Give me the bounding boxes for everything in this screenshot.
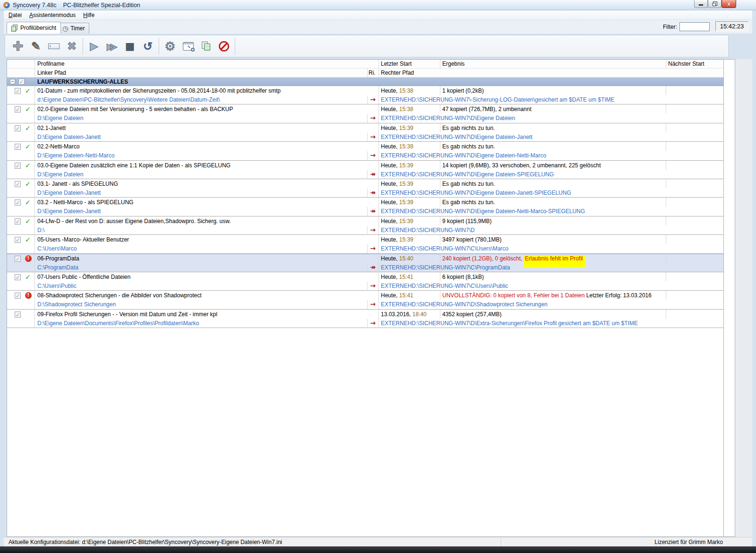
copy-profile-button[interactable] bbox=[197, 37, 215, 55]
menu-datei[interactable]: Datei bbox=[5, 11, 26, 19]
profile-name: 03.0-Eigene Dateien zusätzlich eine 1:1 … bbox=[37, 162, 231, 169]
right-path: EXTERNEHD:\SICHERUNG-WIN7\D\Shadowprotec… bbox=[381, 301, 548, 308]
profile-checkbox[interactable]: ✓ bbox=[15, 106, 21, 112]
last-start-cell: Heute, 15:40 bbox=[381, 255, 413, 262]
direction-arrow-icon: ↠ bbox=[367, 263, 378, 271]
run-profile-button[interactable]: ▶ bbox=[85, 37, 103, 55]
direction-arrow-icon: → bbox=[367, 151, 378, 159]
profile-name: 04-Lfw-D - der Rest von D: ausser Eigene… bbox=[37, 218, 231, 225]
profile-row[interactable]: ✓ ✓ 02.1-Janett Heute, 15:39 Es gab nich… bbox=[7, 123, 723, 142]
status-ok-icon: ✓ bbox=[25, 162, 32, 169]
last-start-cell: Heute, 15:39 bbox=[381, 125, 413, 131]
profile-row[interactable]: ✓ ✓ 03.2 - Netti-Marco - als SPIEGELUNG … bbox=[7, 198, 723, 216]
result-cell: 14 kopiert (9,6MB), 33 verschoben, 2 umb… bbox=[442, 162, 601, 169]
restore-button[interactable] bbox=[708, 0, 722, 8]
profile-checkbox[interactable]: ✓ bbox=[15, 256, 21, 262]
no-entry-icon bbox=[219, 41, 229, 52]
restart-button[interactable]: ↺ bbox=[139, 37, 157, 55]
rename-profile-button[interactable]: I bbox=[45, 37, 63, 55]
profile-name: 02.1-Janett bbox=[37, 125, 66, 131]
profile-row[interactable]: ✓ ✓ 07-Users Public - Öffentliche Dateie… bbox=[7, 272, 723, 291]
profiles-icon bbox=[11, 25, 18, 32]
direction-arrow-icon: ↠ bbox=[367, 207, 378, 215]
left-path: C:\ProgramData bbox=[37, 264, 78, 271]
profile-name: 06-ProgramData bbox=[37, 255, 79, 262]
profile-checkbox[interactable]: ✓ bbox=[15, 163, 21, 169]
tab-profiluebersicht[interactable]: Profilübersicht bbox=[7, 22, 61, 34]
gear-icon: ⚙ bbox=[164, 39, 175, 53]
profile-row[interactable]: ✓ ✓ 03.0-Eigene Dateien zusätzlich eine … bbox=[7, 161, 723, 179]
profile-row[interactable]: ✓ ✓ 04-Lfw-D - der Rest von D: ausser Ei… bbox=[7, 216, 723, 235]
profile-name: 03.2 - Netti-Marco - als SPIEGELUNG bbox=[37, 199, 133, 206]
run-multiple-button[interactable]: ▶▶ bbox=[103, 37, 121, 55]
last-start-cell: Heute, 15:39 bbox=[381, 162, 413, 169]
settings-button[interactable]: ⚙ bbox=[161, 37, 179, 55]
profile-row[interactable]: ✓ ✓ 05-Users -Marco- Aktueller Benutzer … bbox=[7, 235, 723, 253]
profile-name: 08-Shadowprotect Sicherungen - die Abbil… bbox=[37, 292, 202, 299]
profile-row[interactable]: ✓ 09-Firefox Profil Sicherungen - - Vers… bbox=[7, 310, 723, 328]
add-profile-button[interactable]: ✚ bbox=[9, 37, 27, 55]
window-frame-right bbox=[752, 10, 756, 546]
right-path: EXTERNEHD:\SICHERUNG-WIN7\D\Eigene Datei… bbox=[381, 134, 533, 140]
profile-checkbox[interactable]: ✓ bbox=[15, 293, 21, 299]
edit-profile-button[interactable]: ✎ bbox=[27, 37, 45, 55]
profile-row[interactable]: ✓ ✓ 02.0-Eigene Dateien mit 5er Versioni… bbox=[7, 104, 723, 123]
left-path: D:\Shadowprotect Sicherungen bbox=[37, 301, 116, 308]
status-ok-icon: ✓ bbox=[25, 124, 32, 131]
profile-checkbox[interactable]: ✓ bbox=[15, 125, 21, 131]
play-icon: ▶ bbox=[90, 40, 98, 52]
title-bar: Syncovery 7.48cPC-Blitzhelfer Spezial-Ed… bbox=[0, 0, 756, 10]
tab-timer[interactable]: ◷ Timer bbox=[58, 23, 89, 34]
toolbar-separator bbox=[159, 38, 159, 55]
status-error-icon: ! bbox=[25, 292, 32, 299]
right-path: EXTERNEHD:\SICHERUNG-WIN7\C\Users\Public bbox=[381, 283, 508, 289]
time-display: 15:42:23 bbox=[715, 21, 748, 31]
profile-checkbox[interactable]: ✓ bbox=[15, 237, 21, 243]
restart-icon: ↺ bbox=[143, 40, 153, 53]
status-ok-icon: ✓ bbox=[25, 236, 32, 243]
left-path: D:\Eigene Dateien-Netti-Marco bbox=[37, 152, 114, 159]
stop-button[interactable]: ■ bbox=[121, 37, 139, 55]
left-path: D:\Eigene Dateien-Janett bbox=[37, 134, 101, 140]
profile-checkbox[interactable]: ✓ bbox=[15, 144, 21, 150]
last-start-cell: 13.03.2016, 18:40 bbox=[381, 311, 427, 318]
profile-checkbox[interactable]: ✓ bbox=[15, 311, 21, 318]
preview-button[interactable] bbox=[179, 37, 197, 55]
minimize-button[interactable] bbox=[694, 0, 708, 8]
delete-profile-button[interactable]: ✖ bbox=[63, 37, 81, 55]
filter-input[interactable] bbox=[679, 22, 710, 31]
profile-row[interactable]: ✓ ! 08-Shadowprotect Sicherungen - die A… bbox=[7, 291, 723, 309]
profile-checkbox[interactable]: ✓ bbox=[15, 274, 21, 280]
profile-checkbox[interactable]: ✓ bbox=[15, 199, 21, 206]
profile-name: 09-Firefox Profil Sicherungen - - Versio… bbox=[37, 311, 217, 318]
close-icon: x bbox=[727, 1, 730, 7]
right-path: EXTERNEHD:\SICHERUNG-WIN7\D\Eigene Datei… bbox=[381, 190, 571, 196]
result-cell: 47 kopiert (726,7MB), 2 umbenannt bbox=[442, 106, 532, 112]
block-schedule-button[interactable] bbox=[215, 37, 233, 55]
profile-row[interactable]: ✓ ! 06-ProgramData Heute, 15:40 240 kopi… bbox=[7, 254, 723, 272]
menu-assistentenmodus[interactable]: Assistentenmodus bbox=[26, 11, 79, 19]
profile-list: Profilname Letzter Start Ergebnis Nächst… bbox=[7, 59, 724, 537]
close-button[interactable]: x bbox=[722, 0, 736, 8]
status-ok-icon: ✓ bbox=[25, 273, 32, 280]
minimize-icon bbox=[699, 4, 703, 6]
left-path: D:\Eigene Dateien\Documents\Firefox\Prof… bbox=[37, 320, 199, 327]
profile-row[interactable]: ✓ ✓ 03.1- Janett - als SPIEGELUNG Heute,… bbox=[7, 179, 723, 198]
right-path: EXTERNEHD:\SICHERUNG-WIN7\D\Eigene Datei… bbox=[381, 208, 585, 215]
profile-checkbox[interactable]: ✓ bbox=[15, 218, 21, 225]
menu-hilfe[interactable]: Hilfe bbox=[79, 11, 98, 19]
profile-row[interactable]: ✓ ✓ 02.2-Netti-Marco Heute, 15:39 Es gab… bbox=[7, 142, 723, 160]
profile-checkbox[interactable]: ✓ bbox=[15, 88, 21, 94]
left-path: D:\Eigene Dateien-Janett bbox=[37, 208, 101, 215]
profile-row[interactable]: ✓ ✓ 01-Datum - zum mitprotokollieren der… bbox=[7, 86, 723, 104]
result-cell: 9 kopiert (115,9MB) bbox=[442, 218, 492, 225]
profile-checkbox[interactable]: ✓ bbox=[15, 181, 21, 187]
left-path: C:\Users\Marco bbox=[37, 245, 77, 252]
plus-icon: ✚ bbox=[13, 39, 24, 53]
right-path: EXTERNEHD:\SICHERUNG-WIN7\D\Eigene Datei… bbox=[381, 152, 546, 159]
direction-arrow-icon: → bbox=[367, 133, 378, 140]
last-start-cell: Heute, 15:39 bbox=[381, 199, 413, 206]
status-ok-icon: ✓ bbox=[25, 87, 32, 94]
profile-name: 05-Users -Marco- Aktueller Benutzer bbox=[37, 236, 129, 243]
left-path: D:\Eigene Dateien bbox=[37, 171, 83, 178]
